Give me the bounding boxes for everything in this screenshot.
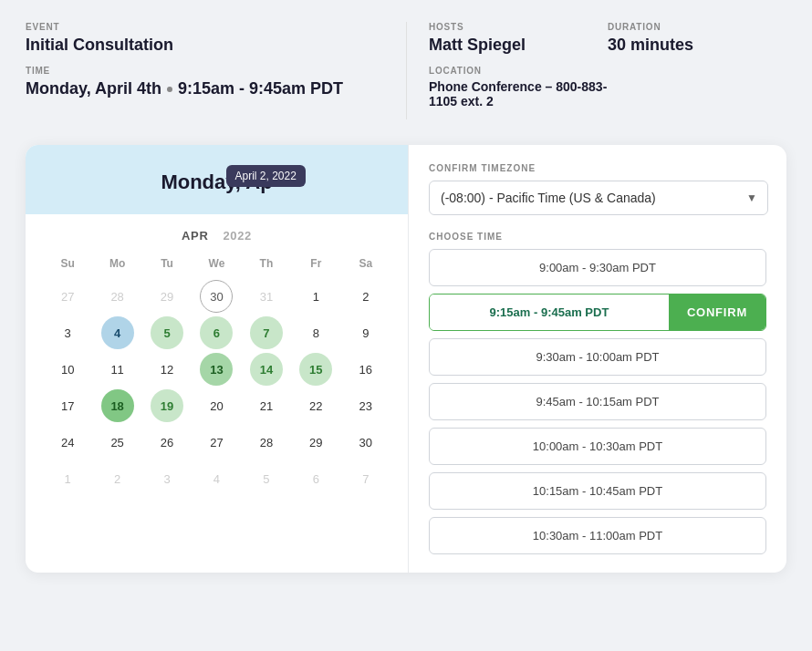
- time-slots-list: 9:00am - 9:30am PDT9:15am - 9:45am PDTCO…: [429, 249, 768, 554]
- calendar-day-cell: 3: [151, 462, 183, 495]
- calendar-day-cell: 16: [349, 353, 382, 386]
- calendar-day-cell: 7: [349, 462, 382, 495]
- calendar-body: APR 2022 SuMoTuWeThFrSa27282930311234567…: [26, 214, 408, 514]
- time-slot-selected-label[interactable]: 9:15am - 9:45am PDT: [430, 294, 669, 330]
- calendar-day-cell: 28: [101, 280, 134, 313]
- event-title: Initial Consultation: [26, 36, 384, 55]
- hosts-name: Matt Spiegel: [429, 36, 608, 55]
- calendar-day-cell: 3: [51, 316, 84, 349]
- calendar-day-cell: 28: [250, 426, 283, 459]
- calendar-day-cell: 2: [101, 462, 134, 495]
- time-date: Monday, April 4th: [26, 79, 161, 98]
- calendar-day-cell: 30: [200, 280, 233, 313]
- calendar-side: Monday, Ap April 2, 2022 APR 2022 SuMoTu…: [26, 145, 409, 573]
- time-dot: [167, 87, 172, 92]
- calendar-day-cell: 1: [51, 462, 84, 495]
- calendar-day-header: Th: [243, 253, 290, 277]
- time-slot-button[interactable]: 10:30am - 11:00am PDT: [429, 517, 766, 554]
- duration-block: DURATION 30 minutes: [608, 22, 786, 119]
- calendar-day-cell: 1: [299, 280, 332, 313]
- confirm-button[interactable]: CONFIRM: [669, 294, 765, 330]
- location-value: Phone Conference – 800-883-1105 ext. 2: [429, 79, 608, 108]
- calendar-day-cell: 23: [349, 389, 382, 422]
- time-slot-button[interactable]: 9:30am - 10:00am PDT: [429, 338, 766, 376]
- calendar-day-header: Sa: [342, 253, 390, 277]
- calendar-day-cell: 4: [200, 462, 233, 495]
- event-info-right: HOSTS Matt Spiegel LOCATION Phone Confer…: [406, 22, 786, 119]
- time-value: Monday, April 4th 9:15am - 9:45am PDT: [26, 79, 384, 98]
- location-label: LOCATION: [429, 66, 608, 76]
- top-info-section: EVENT Initial Consultation TIME Monday, …: [26, 22, 786, 119]
- calendar-day-cell: 21: [250, 389, 283, 422]
- time-slot-button[interactable]: 9:00am - 9:30am PDT: [429, 249, 766, 286]
- calendar-day-cell: 26: [151, 426, 183, 459]
- duration-label: DURATION: [608, 22, 786, 32]
- hosts-block: HOSTS Matt Spiegel LOCATION Phone Confer…: [429, 22, 608, 119]
- duration-value: 30 minutes: [608, 36, 786, 55]
- event-label: EVENT: [26, 22, 384, 32]
- calendar-day-cell: 24: [51, 426, 84, 459]
- calendar-day-cell: 10: [51, 353, 84, 386]
- calendar-year: 2022: [223, 229, 252, 243]
- calendar-day-cell: 20: [200, 389, 233, 422]
- hosts-label: HOSTS: [429, 22, 608, 32]
- time-slot-button[interactable]: 9:45am - 10:15am PDT: [429, 383, 766, 420]
- time-range: 9:15am - 9:45am PDT: [178, 79, 343, 98]
- time-slot-button[interactable]: 10:15am - 10:45am PDT: [429, 472, 766, 510]
- calendar-day-cell[interactable]: 14: [250, 353, 283, 386]
- calendar-month-row: APR 2022: [44, 229, 390, 243]
- calendar-day-header: Su: [44, 253, 91, 277]
- calendar-day-cell: 9: [349, 316, 382, 349]
- calendar-day-cell: 17: [51, 389, 84, 422]
- calendar-day-cell: 25: [101, 426, 134, 459]
- calendar-day-cell: 31: [250, 280, 283, 313]
- calendar-grid: SuMoTuWeThFrSa27282930311234567891011121…: [44, 253, 390, 496]
- calendar-day-cell: 29: [151, 280, 183, 313]
- calendar-day-header: Fr: [292, 253, 339, 277]
- calendar-day-cell: 2: [349, 280, 382, 313]
- calendar-day-header: Mo: [93, 253, 141, 277]
- calendar-day-cell[interactable]: 19: [151, 389, 183, 422]
- main-card: Monday, Ap April 2, 2022 APR 2022 SuMoTu…: [26, 145, 786, 573]
- calendar-day-cell: 30: [349, 426, 382, 459]
- calendar-day-header: We: [193, 253, 240, 277]
- calendar-day-cell: 12: [151, 353, 183, 386]
- calendar-day-cell: 22: [299, 389, 332, 422]
- event-info-left: EVENT Initial Consultation TIME Monday, …: [26, 22, 406, 119]
- calendar-day-cell[interactable]: 7: [250, 316, 283, 349]
- timezone-section-label: CONFIRM TIMEZONE: [429, 163, 768, 173]
- timezone-select[interactable]: (-08:00) - Pacific Time (US & Canada): [429, 181, 768, 215]
- calendar-day-cell: 8: [299, 316, 332, 349]
- calendar-day-header: Tu: [143, 253, 191, 277]
- calendar-day-cell[interactable]: 13: [200, 353, 233, 386]
- calendar-day-cell: 27: [51, 280, 84, 313]
- calendar-day-cell: 27: [200, 426, 233, 459]
- calendar-day-cell: 5: [250, 462, 283, 495]
- calendar-day-cell: 6: [299, 462, 332, 495]
- timezone-select-wrapper: (-08:00) - Pacific Time (US & Canada) ▼: [429, 181, 768, 215]
- schedule-side: CONFIRM TIMEZONE (-08:00) - Pacific Time…: [409, 145, 786, 573]
- calendar-month-name: APR: [182, 229, 208, 243]
- calendar-tooltip: April 2, 2022: [226, 165, 306, 187]
- calendar-day-cell[interactable]: 18: [101, 389, 134, 422]
- calendar-day-cell[interactable]: 4: [101, 316, 134, 349]
- calendar-header-banner: Monday, Ap April 2, 2022: [26, 145, 408, 214]
- calendar-day-cell: 29: [299, 426, 332, 459]
- calendar-day-cell[interactable]: 5: [151, 316, 183, 349]
- time-label: TIME: [26, 66, 384, 76]
- calendar-day-cell[interactable]: 15: [299, 353, 332, 386]
- time-slot-selected-row: 9:15am - 9:45am PDTCONFIRM: [429, 294, 766, 331]
- calendar-day-cell[interactable]: 6: [200, 316, 233, 349]
- time-slot-button[interactable]: 10:00am - 10:30am PDT: [429, 428, 766, 465]
- calendar-day-cell: 11: [101, 353, 134, 386]
- choose-time-label: CHOOSE TIME: [429, 232, 768, 242]
